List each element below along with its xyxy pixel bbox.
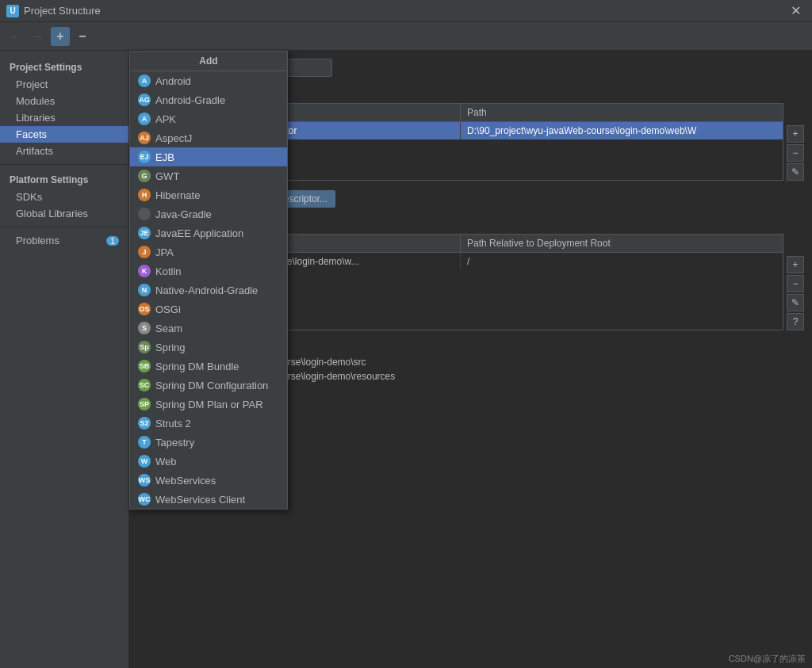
forward-button[interactable]: → <box>29 27 48 46</box>
platform-settings-title: Platform Settings <box>0 170 128 189</box>
sidebar-item-facets[interactable]: Facets <box>0 126 128 143</box>
web-icon: W <box>138 455 151 468</box>
window-title: Project Structure <box>24 5 101 17</box>
back-button[interactable]: ← <box>6 27 25 46</box>
spring-icon: Sp <box>138 341 151 353</box>
dropdown-item-spring-dm-bundle[interactable]: SB Spring DM Bundle <box>130 357 287 376</box>
dropdown-item-webservices[interactable]: WS WebServices <box>130 471 287 490</box>
dropdown-item-aspectj[interactable]: AJ AspectJ <box>130 128 287 147</box>
dropdown-item-webservices-client[interactable]: WC WebServices Client <box>130 490 287 509</box>
dropdown-item-struts2[interactable]: S2 Struts 2 <box>130 414 287 433</box>
main-container: Project Settings Project Modules Librari… <box>0 51 812 668</box>
path-column-header: Path <box>461 104 783 121</box>
dropdown-item-gwt[interactable]: G GWT <box>130 166 287 185</box>
remove-row-button[interactable]: − <box>787 144 804 162</box>
dropdown-item-hibernate[interactable]: H Hibernate <box>130 185 287 204</box>
dropdown-item-tapestry[interactable]: T Tapestry <box>130 433 287 452</box>
osgi-icon: OS <box>138 303 151 315</box>
gwt-icon: G <box>138 170 151 182</box>
help-resource-button[interactable]: ? <box>787 313 804 330</box>
dropdown-item-android-gradle[interactable]: AG Android-Gradle <box>130 90 287 109</box>
tapestry-icon: T <box>138 436 151 449</box>
resource-side-buttons: + − ✎ ? <box>787 234 804 330</box>
webservices-icon: WS <box>138 474 151 487</box>
sidebar-item-global-libraries[interactable]: Global Libraries <box>0 205 128 222</box>
watermark: CSDN@凉了的凉茶 <box>729 653 806 665</box>
path-relative-header: Path Relative to Deployment Root <box>461 235 783 252</box>
ejb-icon: EJ <box>138 151 151 163</box>
dropdown-item-ejb[interactable]: EJ EJB <box>130 147 287 166</box>
project-settings-title: Project Settings <box>0 57 128 76</box>
remove-resource-button[interactable]: − <box>787 275 804 292</box>
sidebar-item-sdks[interactable]: SDKs <box>0 189 128 205</box>
sidebar-divider <box>0 164 128 165</box>
dropdown-item-spring-dm-plan[interactable]: SP Spring DM Plan or PAR <box>130 395 287 414</box>
android-icon: A <box>138 74 151 87</box>
dropdown-item-web[interactable]: W Web <box>130 452 287 471</box>
app-icon: U <box>6 5 19 17</box>
jpa-icon: J <box>138 246 151 258</box>
kotlin-icon: K <box>138 265 151 277</box>
add-row-button[interactable]: + <box>787 125 804 143</box>
dropdown-item-osgi[interactable]: OS OSGi <box>130 300 287 319</box>
dropdown-item-jpa[interactable]: J JPA <box>130 242 287 261</box>
spring-dm-config-icon: SC <box>138 379 151 391</box>
sidebar-item-modules[interactable]: Modules <box>0 93 128 109</box>
add-button[interactable]: + <box>51 27 70 46</box>
sidebar-divider-2 <box>0 227 128 227</box>
dropdown-item-seam[interactable]: S Seam <box>130 319 287 338</box>
dropdown-item-spring[interactable]: Sp Spring <box>130 338 287 357</box>
sidebar-item-project[interactable]: Project <box>0 76 128 93</box>
dropdown-header: Add <box>130 52 287 71</box>
title-bar: U Project Structure ✕ <box>0 0 812 22</box>
path-cell: D:\90_project\wyu-javaWeb-course\login-d… <box>461 122 783 139</box>
sidebar-item-libraries[interactable]: Libraries <box>0 109 128 126</box>
edit-resource-button[interactable]: ✎ <box>787 294 804 311</box>
hibernate-icon: H <box>138 189 151 201</box>
add-dropdown: Add A Android AG Android-Gradle A APK AJ… <box>129 51 288 510</box>
dropdown-item-apk[interactable]: A APK <box>130 109 287 128</box>
dropdown-item-android[interactable]: A Android <box>130 71 287 90</box>
sidebar: Project Settings Project Modules Librari… <box>0 51 129 668</box>
close-button[interactable]: ✕ <box>786 2 806 20</box>
javaee-icon: JE <box>138 227 151 239</box>
seam-icon: S <box>138 322 151 334</box>
sidebar-item-problems[interactable]: Problems 1 <box>0 232 128 249</box>
dropdown-item-native-android[interactable]: N Native-Android-Gradle <box>130 281 287 300</box>
aspectj-icon: AJ <box>138 132 151 144</box>
spring-dm-plan-icon: SP <box>138 398 151 410</box>
minus-button[interactable]: − <box>73 27 92 46</box>
dropdown-item-javaee[interactable]: JE JavaEE Application <box>130 223 287 242</box>
problems-badge: 1 <box>106 236 119 246</box>
android-gradle-icon: AG <box>138 94 151 106</box>
java-gradle-icon <box>138 208 151 220</box>
sidebar-item-artifacts[interactable]: Artifacts <box>0 143 128 159</box>
dropdown-item-kotlin[interactable]: K Kotlin <box>130 261 287 281</box>
edit-row-button[interactable]: ✎ <box>787 163 804 181</box>
add-resource-button[interactable]: + <box>787 256 804 273</box>
native-android-icon: N <box>138 284 151 296</box>
resource-path-cell: / <box>461 253 783 270</box>
apk-icon: A <box>138 113 151 125</box>
deployment-side-buttons: + − ✎ <box>787 103 804 181</box>
dropdown-item-java-gradle[interactable]: Java-Gradle <box>130 204 287 223</box>
struts2-icon: S2 <box>138 417 151 429</box>
dropdown-item-spring-dm-config[interactable]: SC Spring DM Configuration <box>130 376 287 395</box>
webservices-client-icon: WC <box>138 493 151 506</box>
spring-dm-bundle-icon: SB <box>138 360 151 372</box>
nav-bar: ← → + − <box>0 22 812 51</box>
